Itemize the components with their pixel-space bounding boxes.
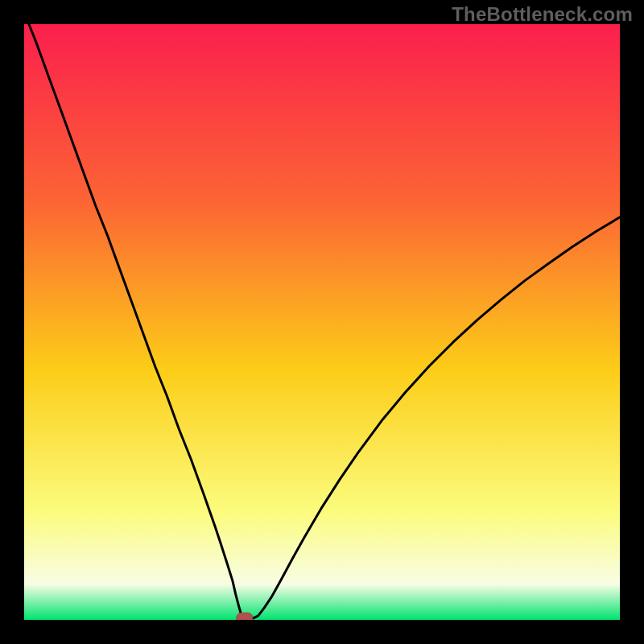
chart-plot <box>24 24 620 620</box>
chart-svg <box>24 24 620 620</box>
watermark-text: TheBottleneck.com <box>452 3 633 26</box>
chart-frame: TheBottleneck.com <box>0 0 644 644</box>
gradient-background <box>24 24 620 620</box>
minimum-marker <box>237 613 253 620</box>
